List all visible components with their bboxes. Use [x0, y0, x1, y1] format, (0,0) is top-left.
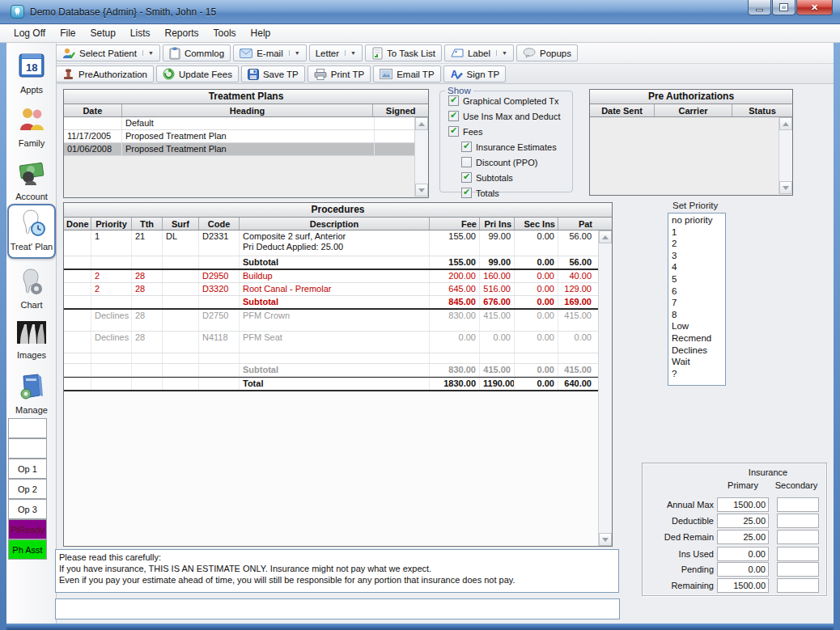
checkbox-use-ins-max[interactable]: Use Ins Max and Deduct: [448, 110, 572, 122]
treatment-plan-row[interactable]: Default: [64, 117, 428, 130]
column-header-description[interactable]: Description: [240, 218, 430, 230]
checkbox-subtotals[interactable]: Subtotals: [461, 171, 572, 184]
checkbox-insurance-estimates[interactable]: Insurance Estimates: [461, 141, 572, 153]
commlog-button[interactable]: Commlog: [163, 44, 231, 61]
scroll-up-button[interactable]: [779, 117, 792, 130]
priority-option[interactable]: Declines: [668, 345, 725, 357]
label-dropdown-icon[interactable]: ▼: [496, 50, 507, 56]
remaining-primary-field[interactable]: 1500.00: [717, 578, 769, 593]
checkbox-totals[interactable]: Totals: [461, 187, 572, 199]
deductible-primary-field[interactable]: 25.00: [717, 514, 769, 528]
remaining-secondary-field[interactable]: [777, 578, 819, 593]
column-header-date-sent[interactable]: Date Sent: [590, 104, 655, 116]
maximize-button[interactable]: [772, 0, 795, 15]
priority-option[interactable]: 6: [668, 285, 725, 298]
pending-secondary-field[interactable]: [777, 562, 819, 577]
menu-setup[interactable]: Setup: [83, 25, 122, 41]
ded-remain-primary-field[interactable]: 25.00: [717, 530, 769, 544]
annual-max-primary-field[interactable]: 1500.00: [717, 497, 769, 512]
select-patient-button[interactable]: Select Patient ▼: [56, 44, 160, 61]
subtotal-row[interactable]: Subtotal 830.00 415.00 0.00 415.00: [64, 364, 612, 377]
print-tp-button[interactable]: Print TP: [308, 66, 371, 82]
column-header-sec-ins[interactable]: Sec Ins: [515, 218, 558, 230]
checkbox-icon[interactable]: [461, 157, 472, 167]
column-header-fee[interactable]: Fee: [430, 218, 480, 230]
title-bar[interactable]: Demo Database {Admin} - Smith, John - 15…: [0, 0, 840, 24]
menu-log-off[interactable]: Log Off: [6, 25, 53, 41]
checkbox-icon[interactable]: [461, 188, 472, 198]
menu-reports[interactable]: Reports: [158, 25, 206, 41]
letter-button[interactable]: Letter ▼: [309, 44, 363, 61]
minimize-button[interactable]: [748, 0, 771, 15]
total-row[interactable]: Total 1830.00 1190.00 0.00 640.00: [64, 377, 612, 391]
priority-option[interactable]: 3: [668, 250, 725, 262]
scroll-up-button[interactable]: [415, 117, 428, 130]
sidebar-item-account[interactable]: Account: [6, 155, 57, 207]
sign-tp-button[interactable]: A Sign TP: [443, 66, 507, 82]
op-cell-op3[interactable]: Op 3: [8, 499, 47, 519]
treatment-plan-row[interactable]: 11/17/2005 Proposed Treatment Plan: [64, 130, 428, 143]
checkbox-icon[interactable]: [461, 172, 472, 183]
preauthorization-button[interactable]: PreAuthorization: [56, 66, 154, 82]
scroll-down-button[interactable]: [415, 184, 428, 197]
checkbox-icon[interactable]: [448, 126, 459, 137]
set-priority-listbox[interactable]: no priority 1 2 3 4 5 6 7 8 Low Recmend …: [668, 213, 726, 386]
preauthorizations-scrollbar[interactable]: [778, 117, 792, 194]
checkbox-fees[interactable]: Fees: [448, 125, 572, 137]
column-header-surf[interactable]: Surf: [163, 218, 199, 230]
treatment-plans-scrollbar[interactable]: [414, 117, 428, 197]
op-cell-op1[interactable]: Op 1: [8, 459, 47, 479]
column-header-code[interactable]: Code: [199, 218, 240, 230]
priority-option[interactable]: Low: [668, 320, 725, 332]
column-header-carrier[interactable]: Carrier: [655, 104, 732, 116]
email-dropdown-icon[interactable]: ▼: [289, 50, 300, 56]
subtotal-row[interactable]: Subtotal 155.00 99.00 0.00 56.00: [64, 256, 612, 270]
priority-option[interactable]: 2: [668, 238, 725, 250]
column-header-status[interactable]: Status: [732, 104, 792, 116]
scroll-down-button[interactable]: [599, 533, 612, 546]
email-button[interactable]: E-mail ▼: [233, 44, 307, 61]
priority-option[interactable]: 1: [668, 226, 725, 239]
sidebar-item-family[interactable]: Family: [6, 102, 57, 154]
procedure-row[interactable]: Declines 28 N4118 PFM Seat 0.00 0.00 0.0…: [64, 332, 612, 353]
column-header-signed[interactable]: Signed: [373, 104, 428, 116]
menu-lists[interactable]: Lists: [123, 25, 158, 41]
pending-primary-field[interactable]: 0.00: [717, 562, 769, 577]
update-fees-button[interactable]: Update Fees: [156, 66, 239, 82]
save-tp-button[interactable]: Save TP: [241, 66, 305, 82]
menu-help[interactable]: Help: [244, 25, 278, 41]
estimate-note-textbox[interactable]: Please read this carefully: If you have …: [55, 549, 619, 593]
deductible-secondary-field[interactable]: [777, 514, 819, 528]
email-tp-button[interactable]: Email TP: [373, 66, 440, 82]
procedure-row[interactable]: 1 21 DL D2331 Composite 2 surf, Anterior…: [64, 230, 612, 256]
priority-option[interactable]: Wait: [668, 356, 725, 368]
procedure-row[interactable]: 2 28 D3320 Root Canal - Premolar 645.00 …: [64, 283, 612, 296]
close-button[interactable]: ✕: [796, 0, 833, 15]
op-cell-empty-1[interactable]: [8, 418, 47, 438]
priority-option[interactable]: 5: [668, 273, 725, 285]
popups-button[interactable]: Popups: [516, 44, 578, 61]
menu-tools[interactable]: Tools: [206, 25, 244, 41]
treatment-plan-row-selected[interactable]: 01/06/2008 Proposed Treatment Plan: [64, 143, 428, 156]
checkbox-icon[interactable]: [448, 111, 459, 121]
bottom-note-textbox[interactable]: [55, 598, 620, 619]
priority-option[interactable]: ?: [668, 368, 725, 380]
scroll-up-button[interactable]: [599, 230, 612, 243]
priority-option[interactable]: 8: [668, 309, 725, 321]
letter-dropdown-icon[interactable]: ▼: [345, 50, 356, 56]
op-cell-op2[interactable]: Op 2: [8, 479, 47, 499]
column-header-pat[interactable]: Pat: [558, 218, 595, 230]
priority-option[interactable]: 4: [668, 261, 725, 273]
column-header-pri-ins[interactable]: Pri Ins: [480, 218, 515, 230]
to-task-list-button[interactable]: To Task List: [365, 44, 442, 61]
checkbox-discount-ppo[interactable]: Discount (PPO): [461, 156, 572, 168]
sidebar-item-treat-plan[interactable]: Treat' Plan: [7, 204, 56, 259]
annual-max-secondary-field[interactable]: [777, 497, 819, 512]
checkbox-icon[interactable]: [448, 95, 459, 106]
ins-used-secondary-field[interactable]: [777, 547, 819, 561]
ded-remain-secondary-field[interactable]: [777, 530, 819, 544]
scroll-down-button[interactable]: [779, 181, 792, 194]
procedures-scrollbar[interactable]: [598, 230, 612, 546]
menu-file[interactable]: File: [53, 25, 83, 41]
column-header-tth[interactable]: Tth: [132, 218, 163, 230]
